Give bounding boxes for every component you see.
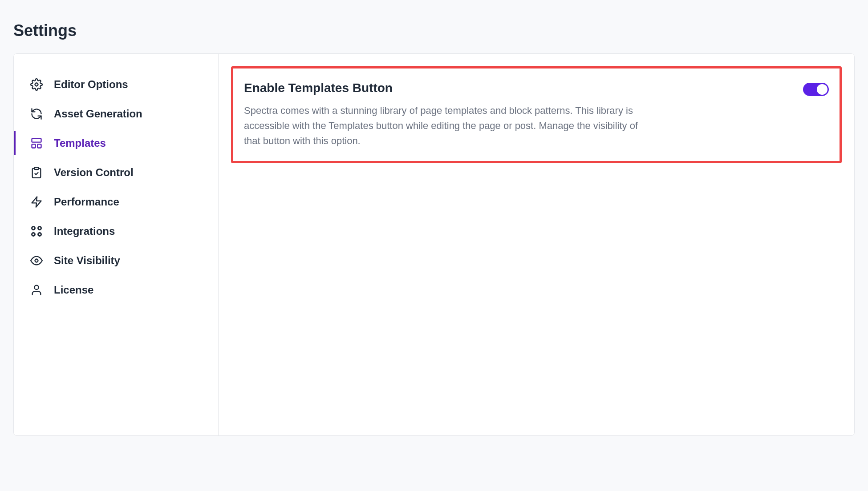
sidebar-item-label: Version Control [54, 166, 134, 179]
svg-marker-5 [32, 197, 41, 207]
page-title: Settings [0, 0, 868, 53]
svg-rect-3 [37, 144, 41, 148]
layout-icon [30, 137, 43, 150]
enable-templates-toggle[interactable] [803, 83, 829, 96]
sidebar-item-license[interactable]: License [14, 275, 218, 305]
sidebar-item-asset-generation[interactable]: Asset Generation [14, 99, 218, 129]
sidebar-item-label: Editor Options [54, 78, 128, 91]
refresh-icon [30, 107, 43, 121]
svg-rect-2 [32, 144, 36, 148]
svg-point-0 [35, 83, 38, 86]
svg-rect-1 [32, 139, 41, 142]
svg-point-10 [35, 259, 38, 262]
eye-icon [30, 254, 43, 267]
sidebar-item-label: Integrations [54, 225, 115, 237]
svg-rect-4 [34, 167, 38, 169]
bolt-icon [30, 195, 43, 209]
sidebar-item-templates[interactable]: Templates [14, 129, 218, 158]
sidebar-item-version-control[interactable]: Version Control [14, 158, 218, 187]
svg-point-11 [34, 286, 38, 290]
clipboard-check-icon [30, 166, 43, 179]
sidebar-item-site-visibility[interactable]: Site Visibility [14, 246, 218, 275]
templates-setting-card: Enable Templates Button Spectra comes wi… [231, 66, 842, 163]
sidebar-item-editor-options[interactable]: Editor Options [14, 70, 218, 99]
svg-point-7 [38, 227, 41, 230]
svg-point-6 [32, 227, 35, 230]
sidebar-item-label: License [54, 284, 93, 296]
sidebar-item-label: Templates [54, 137, 106, 149]
gear-icon [30, 78, 43, 91]
card-description: Spectra comes with a stunning library of… [244, 103, 653, 149]
sidebar: Editor Options Asset Generation Template… [14, 54, 219, 435]
toggle-knob [817, 84, 827, 95]
sidebar-item-label: Performance [54, 196, 119, 208]
svg-point-9 [38, 233, 41, 236]
sidebar-item-label: Site Visibility [54, 254, 120, 267]
content-area: Enable Templates Button Spectra comes wi… [219, 54, 854, 435]
sidebar-item-performance[interactable]: Performance [14, 187, 218, 217]
sidebar-item-integrations[interactable]: Integrations [14, 217, 218, 246]
sidebar-item-label: Asset Generation [54, 108, 142, 120]
svg-point-8 [32, 233, 35, 236]
settings-panel: Editor Options Asset Generation Template… [13, 53, 855, 436]
card-title: Enable Templates Button [244, 81, 653, 95]
card-text: Enable Templates Button Spectra comes wi… [244, 81, 653, 149]
grid-icon [30, 225, 43, 238]
user-icon [30, 283, 43, 297]
